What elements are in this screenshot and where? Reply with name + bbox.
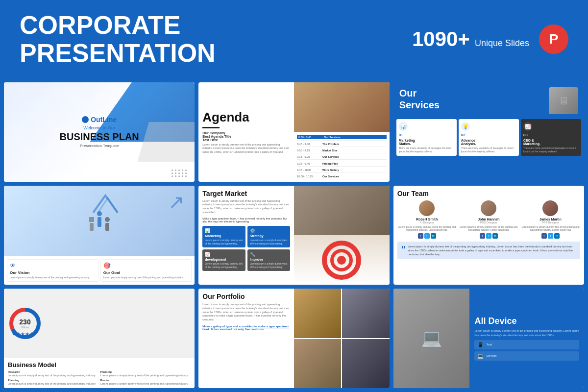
s3-num-2: 02 [461, 133, 516, 137]
social-facebook-1: f [418, 233, 423, 239]
strategy-icon: ⚙️ [250, 228, 288, 233]
target-cards: 📊 Marketing Lorem ipsum is simply dummy … [202, 226, 290, 271]
slide3-cards: 📊 01 MarketingStatics. There are many va… [393, 117, 584, 159]
bullseye-center [337, 256, 346, 265]
s3-card-1: 📊 01 MarketingStatics. There are many va… [396, 119, 457, 156]
member2-text: Lorem ipsum is simply dummy text of the … [459, 225, 518, 232]
team-grid: Robert Smith AI Designer Lorem ipsum is … [397, 200, 580, 239]
strategy-title: Strategy [250, 234, 288, 238]
slide1-logo: OutLine [60, 116, 139, 123]
team-member-2: John Hannah PSD Designer Lorem ipsum is … [459, 200, 518, 239]
agenda-row-2: 9.00 - 9.15 Market Size [297, 148, 387, 153]
slides-count-number: 1090+ [412, 27, 470, 50]
member3-name: James Martin [539, 218, 562, 221]
target-card-improve: 🔧 Improve Lorem ipsum is simply dummy te… [247, 249, 290, 271]
marketing-icon: 📊 [205, 228, 243, 233]
slide5-photo [294, 186, 390, 235]
goal-icon: 🎯 [103, 262, 189, 269]
services-label: Services [486, 354, 496, 357]
member1-name: Robert Smith [416, 218, 438, 221]
slide8-wrapper: Our Portfolio Lorem ipsum is simply dumm… [198, 289, 389, 388]
quote-text: Lorem ipsum is simply dummy text of the … [408, 245, 576, 257]
agenda-row-4: 9.25 - 9.45 Pricing Plan [297, 161, 387, 167]
bm-label-product: Product [100, 379, 191, 382]
stars-row: ★★★★★ [12, 331, 34, 337]
bullseye [322, 241, 361, 280]
bullseye-inner [330, 249, 353, 271]
logo-dot [82, 116, 89, 123]
alldevice-item-services: 💻 Services [474, 351, 579, 361]
agenda-body-text: Lorem ipsum is simply dummy text of the … [202, 143, 290, 154]
social-linkedin-1: in [431, 233, 436, 239]
slide1-subtitle: Presentation Template [60, 144, 139, 148]
marketing-text: Lorem ipsum is simply dummy text of the … [205, 239, 243, 245]
donut-number: 230 [19, 318, 30, 326]
target-note: Make a type specimen book. It has surviv… [202, 217, 290, 223]
portfolio-img-2 [342, 289, 389, 338]
strategy-text: Lorem ipsum is simply dummy text of the … [250, 239, 288, 245]
total-label: Total [486, 343, 492, 346]
bm-label-planning2: Planning [8, 379, 98, 382]
slide2-wrapper: Agenda Our Company Best Agenda Title Tex… [198, 82, 389, 182]
device-icon: 💻 [421, 328, 442, 348]
slide3-wrapper: OurServices 🖥 📊 01 MarketingStatics. The… [393, 82, 584, 182]
agenda-row-3: 9.15 - 9.25 Our Services [297, 154, 387, 160]
improve-icon: 🔧 [250, 252, 288, 257]
slide-1-business-plan: OutLine Welcome to Our BUSINESS PLAN Pre… [4, 82, 195, 182]
slide-2-agenda: Agenda Our Company Best Agenda Title Tex… [198, 82, 389, 182]
team-member-1: Robert Smith AI Designer Lorem ipsum is … [397, 200, 457, 239]
dev-text: Lorem ipsum is simply dummy text of the … [205, 262, 243, 269]
business-model-title: Business Model [8, 361, 191, 368]
header-right: 1090+ Unique Slides P [412, 24, 568, 54]
slide-8-portfolio: Our Portfolio Lorem ipsum is simply dumm… [198, 289, 389, 388]
slide9-device-image: 💻 [393, 289, 470, 388]
slide2-text-side: Agenda Our Company Best Agenda Title Tex… [198, 82, 294, 182]
bm-item-planning: Planning Lorem ipsum is simply dummy tex… [100, 370, 191, 377]
donut-sub: Offices [21, 326, 28, 329]
slide2-photo [294, 82, 390, 132]
social-linkedin-3: in [554, 233, 560, 239]
header: CORPORATE PRESENTATION 1090+ Unique Slid… [0, 0, 588, 78]
agenda-row-1: 8.45 - 9.00 The Problem [297, 142, 387, 147]
s3-icon-1: 📊 [399, 122, 408, 131]
slide9-text: All Device Lorem ipsum is simply dummy t… [469, 289, 584, 388]
bm-label-research: Research [8, 370, 98, 373]
goal-title: Our Goal [103, 270, 189, 275]
social-facebook-3: f [541, 233, 547, 239]
slide3-title: OurServices [399, 87, 440, 111]
slide3-top: OurServices 🖥 [393, 82, 584, 117]
agenda-title: Agenda [202, 110, 290, 125]
improve-title: Improve [250, 258, 288, 261]
s3-card-2: 💡 02 AdvanceAnalysis. There are many var… [459, 119, 519, 156]
s3-icon-2: 💡 [461, 122, 470, 131]
services-icon: 💻 [477, 353, 483, 359]
target-desc: Lorem ipsum is simply dummy text of the … [202, 199, 290, 215]
s3-title-3: CEO &Marketing. [523, 139, 579, 146]
member3-socials: f t in [541, 233, 560, 239]
avatar-1 [419, 200, 435, 216]
bm-label-planning: Planning [100, 370, 191, 373]
portfolio-img-1 [294, 289, 341, 338]
s3-title-1: MarketingStatics. [399, 139, 454, 146]
portfolio-desc: Lorem ipsum is simply dummy text of the … [202, 303, 290, 321]
ppt-icon: P [539, 24, 568, 54]
business-model-items: Research Lorem ipsum is simply dummy tex… [8, 370, 191, 385]
vision-title: Our Vision [10, 270, 96, 275]
s3-title-2: AdvanceAnalysis. [461, 139, 516, 146]
slide4-boxes: 👁 Our Vision Lorem ipsum is simply dummy… [4, 256, 195, 285]
slides-grid: OutLine Welcome to Our BUSINESS PLAN Pre… [0, 78, 588, 392]
agenda-row-6: 10.00 - 10.15 Our Services [297, 174, 387, 179]
ppt-icon-label: P [549, 31, 559, 47]
s3-card-3: 📈 03 CEO &Marketing. There are many vari… [521, 119, 581, 156]
slide5-wrapper: Target Market Lorem ipsum is simply dumm… [198, 186, 389, 285]
slide-9-all-device: 💻 All Device Lorem ipsum is simply dummy… [393, 289, 584, 388]
title-line2: PRESENTATION [20, 39, 216, 67]
logo-text: OutLine [91, 116, 117, 123]
slides-count: 1090+ Unique Slides [412, 30, 529, 50]
s3-text-3: There are many variations of passages of… [523, 147, 579, 153]
bm-item-product: Product Lorem ipsum is simply dummy text… [100, 379, 191, 385]
target-card-dev: 📈 development Lorem ipsum is simply dumm… [202, 249, 245, 271]
slides-info: 1090+ Unique Slides [412, 27, 529, 51]
bm-item-research: Research Lorem ipsum is simply dummy tex… [8, 370, 98, 377]
member1-role: AI Designer [420, 221, 434, 224]
